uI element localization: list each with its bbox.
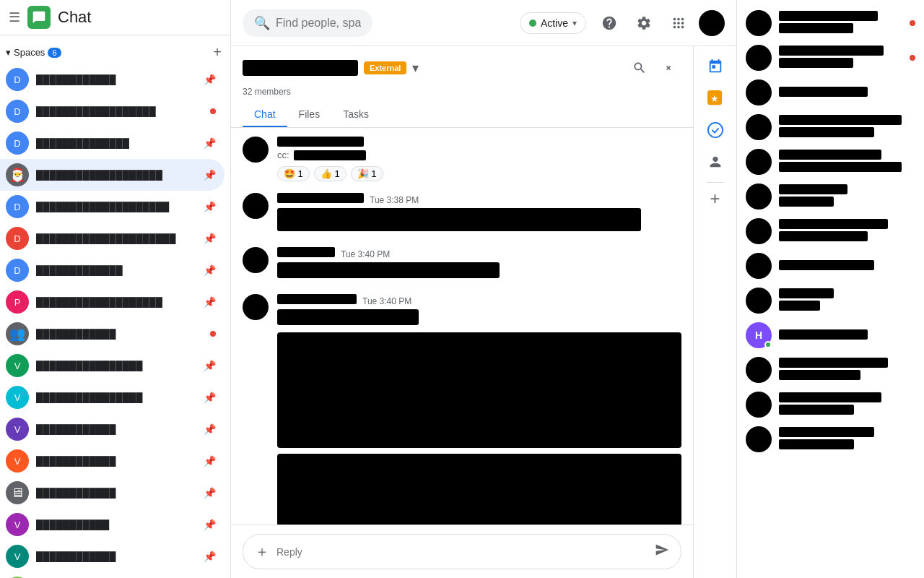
sidebar-item-space-14[interactable]: 🖥 ████████████ 📌 — [0, 477, 225, 509]
message-avatar — [243, 193, 269, 219]
contact-item-9[interactable] — [737, 283, 924, 318]
space-avatar: D — [6, 68, 29, 91]
sidebar-item-space-1[interactable]: D ████████████ 📌 — [0, 64, 225, 95]
message-avatar — [243, 294, 269, 320]
reply-bar: ＋ — [231, 525, 693, 578]
calendar-panel-button[interactable] — [701, 52, 730, 81]
sidebar-item-space-2[interactable]: D ██████████████████ — [0, 95, 225, 127]
search-icon: 🔍 — [254, 15, 270, 31]
sidebar: ☰ Chat ▾ Spaces 6 + D ████████████ 📌 D █… — [0, 0, 231, 578]
user-avatar[interactable] — [699, 10, 725, 36]
sidebar-header: ☰ Chat — [0, 0, 230, 35]
contact-item-6[interactable] — [737, 179, 924, 214]
space-name: ██████████████████ — [36, 106, 203, 117]
space-name: ██████████████ — [36, 138, 196, 149]
pin-icon: 📌 — [204, 423, 216, 435]
reaction-button-3[interactable]: 🎉 1 — [351, 166, 383, 181]
sidebar-item-space-11[interactable]: V ████████████████ 📌 — [0, 381, 225, 413]
contact-name-text — [779, 87, 868, 97]
message-attachment-1 — [277, 332, 681, 448]
chevron-down-icon: ▾ — [6, 47, 11, 58]
contact-avatar — [746, 149, 772, 175]
contact-sub-text — [779, 231, 868, 241]
send-button[interactable] — [655, 543, 669, 561]
add-space-button[interactable]: + — [213, 44, 222, 61]
star-panel-button[interactable]: ★ — [701, 84, 730, 113]
tab-files[interactable]: Files — [287, 103, 332, 127]
sidebar-item-space-3[interactable]: D ██████████████ 📌 — [0, 127, 225, 159]
tab-tasks[interactable]: Tasks — [331, 103, 380, 127]
contact-item-5[interactable] — [737, 144, 924, 179]
contact-name-block — [779, 219, 915, 243]
svg-text:★: ★ — [710, 93, 719, 104]
contact-item-13[interactable] — [737, 422, 924, 457]
cc-line: cc: — [277, 150, 681, 160]
tab-chat[interactable]: Chat — [243, 103, 287, 127]
sidebar-item-space-9[interactable]: 👥 ████████████ — [0, 318, 225, 350]
search-in-chat-button[interactable] — [627, 55, 653, 81]
pin-icon: 📌 — [204, 519, 216, 530]
sidebar-item-space-13[interactable]: V ████████████ 📌 — [0, 445, 225, 477]
pin-icon: 📌 — [204, 551, 216, 562]
dropdown-icon[interactable]: ▾ — [412, 60, 419, 76]
contact-name-text — [779, 46, 884, 56]
contact-item-2[interactable] — [737, 40, 924, 75]
tasks-panel-button[interactable] — [701, 116, 730, 144]
app-title: Chat — [58, 8, 91, 27]
help-button[interactable] — [595, 9, 624, 38]
sidebar-item-space-15[interactable]: V ███████████ 📌 — [0, 509, 225, 540]
contact-name-text — [779, 427, 874, 437]
sidebar-item-space-16[interactable]: V ████████████ 📌 — [0, 540, 225, 572]
contact-item-3[interactable] — [737, 75, 924, 110]
contact-name-block — [779, 150, 915, 174]
space-avatar: V — [6, 545, 29, 568]
sidebar-item-space-7[interactable]: D █████████████ 📌 — [0, 254, 225, 286]
space-name: ████████████████ — [36, 392, 196, 403]
message-header: Tue 3:38 PM — [277, 193, 681, 205]
contact-item-4[interactable] — [737, 110, 924, 144]
chat-header-icons — [627, 55, 681, 81]
sidebar-item-space-17[interactable]: C ████████████████ — [0, 572, 225, 578]
add-attachment-button[interactable]: ＋ — [255, 542, 269, 561]
contact-sub-text — [779, 197, 834, 207]
spaces-collapse-button[interactable]: ▾ Spaces 6 — [6, 47, 61, 58]
status-button[interactable]: Active ▾ — [520, 12, 586, 34]
apps-button[interactable] — [664, 9, 693, 38]
contact-avatar — [746, 45, 772, 71]
sidebar-item-space-4-active[interactable]: 🎅 ███████████████████ 📌 — [0, 159, 225, 191]
sidebar-item-space-12[interactable]: V ████████████ 📌 — [0, 413, 225, 445]
pin-icon: 📌 — [204, 74, 216, 85]
add-panel-button[interactable]: + — [710, 189, 720, 209]
contact-item-1[interactable] — [737, 6, 924, 40]
message-text — [277, 262, 500, 278]
contact-item-10[interactable]: H — [737, 318, 924, 353]
space-name: █████████████ — [36, 265, 196, 276]
pin-icon: 📌 — [204, 392, 216, 403]
contact-item-12[interactable] — [737, 387, 924, 422]
contact-avatar — [746, 184, 772, 210]
reply-input[interactable] — [276, 546, 648, 558]
menu-icon[interactable]: ☰ — [9, 9, 20, 25]
expand-button[interactable] — [655, 55, 681, 81]
sidebar-item-space-10[interactable]: V ████████████████ 📌 — [0, 350, 225, 381]
external-badge: External — [364, 61, 406, 74]
message-content: cc: 🤩 1 👍 1 🎉 1 — [277, 137, 681, 181]
spaces-count-badge: 6 — [48, 48, 61, 58]
cc-label: cc: — [277, 150, 289, 160]
sidebar-item-space-6[interactable]: D █████████████████████ 📌 — [0, 223, 225, 254]
contact-item-7[interactable] — [737, 214, 924, 249]
contact-item-11[interactable] — [737, 353, 924, 387]
contact-item-8[interactable] — [737, 249, 924, 283]
message-group-1: cc: 🤩 1 👍 1 🎉 1 — [243, 137, 681, 181]
reaction-button-1[interactable]: 🤩 1 — [277, 166, 310, 181]
sidebar-item-space-5[interactable]: D ████████████████████ 📌 — [0, 191, 225, 223]
people-panel-button[interactable] — [701, 147, 730, 176]
pin-icon: 📌 — [204, 264, 216, 276]
contact-name-text — [779, 150, 881, 160]
settings-button[interactable] — [629, 9, 658, 38]
message-avatar — [243, 247, 269, 273]
search-input[interactable] — [276, 17, 361, 30]
contact-name-block — [779, 427, 915, 452]
reaction-button-2[interactable]: 👍 1 — [314, 166, 346, 181]
sidebar-item-space-8[interactable]: P ███████████████████ 📌 — [0, 286, 225, 318]
